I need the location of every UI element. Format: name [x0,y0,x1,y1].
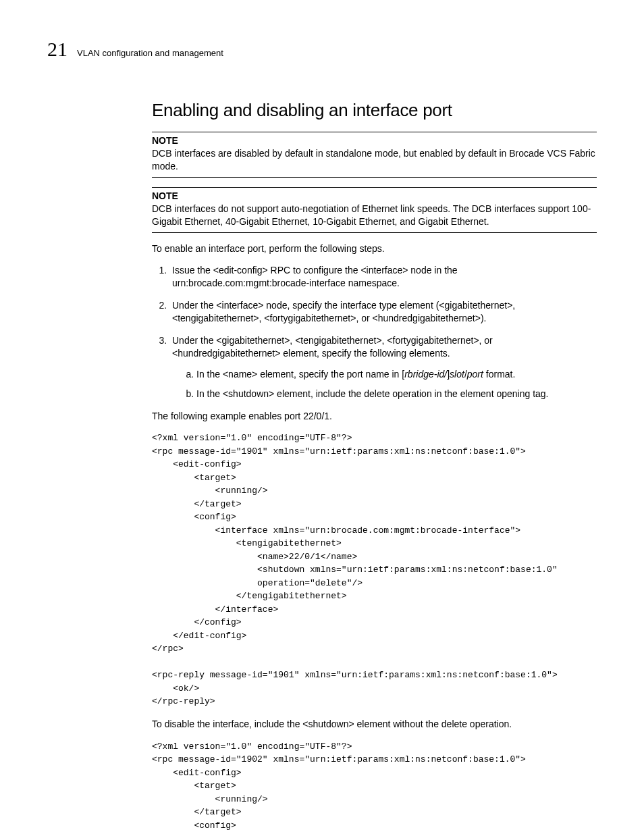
chapter-title: VLAN configuration and management [77,48,223,58]
text: format. [483,369,515,380]
note-body: DCB interfaces are disabled by default i… [152,147,597,173]
code-block: <?xml version="1.0" encoding="UTF-8"?> <… [152,740,597,834]
list-item: In the <shutdown> element, include the d… [196,388,597,400]
steps-list: Issue the <edit-config> RPC to configure… [152,264,597,400]
page-header: 21 VLAN configuration and management [47,39,597,59]
list-item: Issue the <edit-config> RPC to configure… [169,264,597,290]
list-item: Under the <gigabitethernet>, <tengigabit… [169,334,597,400]
list-item: Under the <interface> node, specify the … [169,299,597,325]
note-label: NOTE [152,135,597,146]
italic: port [467,369,483,380]
rule [152,132,597,132]
chapter-number: 21 [47,39,68,59]
italic: rbridge-id/ [404,369,447,380]
code-block: <?xml version="1.0" encoding="UTF-8"?> <… [152,432,597,708]
note-body: DCB interfaces do not support auto-negot… [152,203,597,228]
text: In the <name> element, specify the port … [196,369,404,380]
substeps-list: In the <name> element, specify the port … [172,368,597,400]
rule [152,232,597,233]
section-title: Enabling and disabling an interface port [152,100,597,121]
disable-intro: To disable the interface, include the <s… [152,718,597,731]
content: Enabling and disabling an interface port… [152,100,597,834]
example-intro: The following example enables port 22/0/… [152,410,597,423]
rule [152,187,597,188]
list-item: In the <name> element, specify the port … [196,368,597,381]
note-label: NOTE [152,190,597,201]
italic: slot [450,369,464,380]
step-text: Under the <gigabitethernet>, <tengigabit… [172,335,493,359]
intro-paragraph: To enable an interface port, perform the… [152,242,597,255]
page: 21 VLAN configuration and management Ena… [0,0,644,834]
rule [152,177,597,178]
